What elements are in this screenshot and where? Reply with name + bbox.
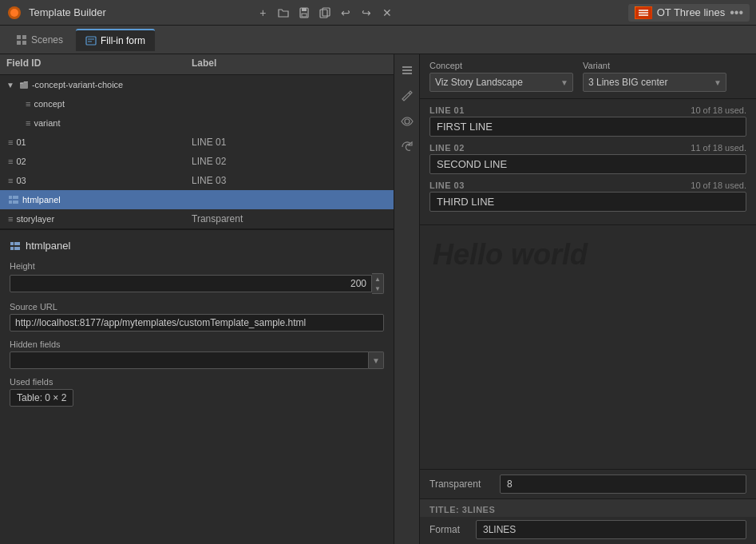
height-arrows: ▲ ▼ (372, 273, 384, 294)
lines-icon-storylayer: ≡ (8, 214, 13, 224)
tree-row-01[interactable]: ≡ 01 LINE 01 (0, 133, 394, 152)
source-url-prop: Source URL (10, 302, 384, 332)
line02-label: LINE 02 (429, 143, 465, 153)
svg-rect-13 (17, 41, 21, 45)
tree-row-concept[interactable]: ≡ concept (0, 94, 394, 113)
toolbar-icons: + ↩ ↪ ✕ (255, 5, 395, 21)
concept-label: Concept (429, 61, 573, 70)
field-id-htmlpanel: htmlpanel (22, 195, 61, 204)
field-table: Field ID Label ▼ -concept-variant-choice (0, 54, 394, 229)
concept-variant-row: Concept Viz Story Landscape ▼ Variant 3 … (420, 54, 756, 99)
close-icon[interactable]: ✕ (379, 5, 395, 21)
field-id-variant: variant (34, 118, 60, 128)
project-dots[interactable]: ••• (730, 6, 743, 20)
svg-rect-14 (22, 41, 26, 45)
title-bar: Template Builder + ↩ ↪ ✕ OT Three lines … (0, 0, 756, 26)
svg-rect-21 (9, 201, 12, 204)
scenes-icon (16, 34, 27, 46)
svg-point-1 (10, 9, 18, 17)
hidden-fields-input[interactable] (10, 351, 369, 369)
transparent-input[interactable] (500, 475, 746, 494)
field-id-storylayer: storylayer (16, 214, 54, 224)
side-icons (394, 54, 420, 544)
label-header: Label (185, 54, 223, 74)
grid-icon-props (10, 241, 21, 251)
svg-rect-4 (302, 14, 307, 17)
title-section-label: TITLE: 3LINES (429, 505, 495, 514)
line03-input[interactable] (429, 192, 746, 212)
hidden-fields-label: Hidden fields (10, 340, 384, 349)
app-title: Template Builder (29, 6, 248, 18)
height-input[interactable] (10, 275, 372, 292)
variant-group: Variant 3 Lines BIG center ▼ (583, 61, 726, 92)
height-input-group: ▲ ▼ (10, 273, 384, 294)
svg-rect-28 (402, 69, 412, 71)
concept-select[interactable]: Viz Story Landscape (429, 73, 573, 92)
svg-rect-11 (17, 35, 21, 39)
tree-row-storylayer[interactable]: ≡ storylayer Transparent (0, 209, 394, 228)
copy-icon[interactable] (317, 5, 333, 21)
svg-rect-22 (13, 201, 18, 204)
line01-label: LINE 01 (429, 105, 465, 115)
undo-icon[interactable]: ↩ (338, 5, 354, 21)
preview-text: Hello world (433, 238, 588, 272)
svg-rect-24 (14, 242, 20, 245)
tree-row-02[interactable]: ≡ 02 LINE 02 (0, 152, 394, 171)
concept-group: Concept Viz Story Landscape ▼ (429, 61, 573, 92)
tree-row-htmlpanel[interactable]: htmlpanel (0, 190, 394, 209)
props-title-row: htmlpanel (10, 240, 384, 252)
height-prop: Height ▲ ▼ (10, 261, 384, 294)
tab-fill-in-form[interactable]: Fill-in form (76, 29, 155, 51)
layers-icon[interactable] (398, 61, 417, 80)
svg-point-30 (405, 119, 410, 124)
redo-icon[interactable]: ↪ (358, 5, 374, 21)
edit-icon[interactable] (398, 86, 417, 105)
line02-group: LINE 02 11 of 18 used. (429, 143, 746, 174)
svg-rect-19 (9, 196, 12, 199)
main-area: Field ID Label ▼ -concept-variant-choice (0, 54, 756, 544)
used-fields-label: Used fields (10, 377, 384, 387)
source-url-input[interactable] (10, 314, 384, 332)
new-icon[interactable]: + (255, 5, 271, 21)
height-down-arrow[interactable]: ▼ (372, 284, 383, 293)
svg-rect-12 (22, 35, 26, 39)
refresh-icon[interactable] (398, 137, 417, 157)
line02-count: 11 of 18 used. (691, 143, 746, 153)
open-icon[interactable] (275, 5, 291, 21)
format-input[interactable] (476, 520, 746, 539)
tab-scenes[interactable]: Scenes (6, 29, 73, 51)
height-up-arrow[interactable]: ▲ (372, 274, 383, 284)
svg-rect-15 (86, 37, 96, 45)
line01-input[interactable] (429, 117, 746, 137)
left-panel: Field ID Label ▼ -concept-variant-choice (0, 54, 394, 544)
right-main: Concept Viz Story Landscape ▼ Variant 3 … (394, 54, 756, 544)
hidden-fields-prop: Hidden fields ▼ (10, 340, 384, 369)
line01-group: LINE 01 10 of 18 used. (429, 105, 746, 137)
view-icon[interactable] (398, 112, 417, 131)
app-logo (6, 5, 22, 21)
label-03: LINE 03 (188, 175, 390, 186)
tree-row-concept-variant[interactable]: ▼ -concept-variant-choice (0, 75, 394, 94)
line03-label: LINE 03 (429, 181, 465, 190)
tab-fill-in-form-label: Fill-in form (101, 35, 145, 46)
field-id-concept: concept (34, 99, 65, 109)
fill-in-form-icon (85, 35, 97, 46)
tree-row-03[interactable]: ≡ 03 LINE 03 (0, 171, 394, 190)
source-url-label: Source URL (10, 302, 384, 312)
tree-row-variant[interactable]: ≡ variant (0, 113, 394, 133)
chevron-down-icon: ▼ (6, 81, 14, 89)
svg-rect-20 (13, 196, 18, 199)
props-panel-title: htmlpanel (26, 240, 70, 252)
field-id-02: 02 (16, 157, 26, 166)
variant-select[interactable]: 3 Lines BIG center (583, 73, 726, 92)
save-icon[interactable] (296, 5, 312, 21)
preview-area: Hello world (420, 225, 756, 469)
hidden-fields-dropdown[interactable]: ▼ (369, 351, 384, 369)
transparent-row: Transparent (420, 470, 756, 499)
variant-label: Variant (583, 61, 726, 70)
format-label: Format (429, 524, 469, 535)
field-id-concept-variant: -concept-variant-choice (32, 80, 123, 89)
line02-input[interactable] (429, 154, 746, 174)
used-fields-prop: Used fields Table: 0 × 2 (10, 377, 384, 407)
project-title: OT Three lines (657, 6, 726, 18)
